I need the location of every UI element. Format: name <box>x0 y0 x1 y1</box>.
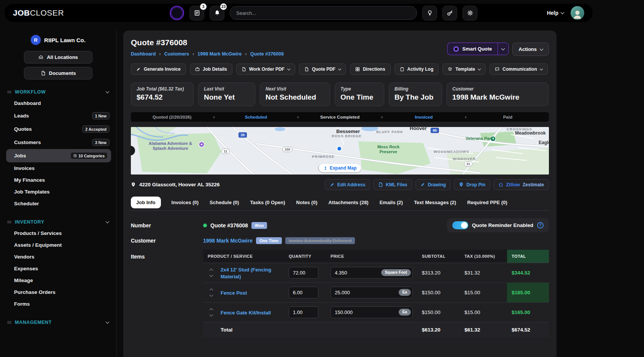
documents-button[interactable]: Documents <box>24 67 92 79</box>
sidebar-item-vendors[interactable]: Vendors <box>0 251 116 263</box>
drop-pin-button[interactable]: Drop Pin <box>454 179 490 190</box>
product-link[interactable]: Fence Post <box>221 290 247 296</box>
user-avatar[interactable] <box>571 6 584 20</box>
expand-map-button[interactable]: Expand Map <box>319 164 361 172</box>
stage-quoted: Quoted (2/20/2026) <box>131 115 213 119</box>
section-workflow[interactable]: WORKFLOW <box>7 89 109 95</box>
sidebar-item-dashboard[interactable]: Dashboard <box>0 97 116 109</box>
access-button[interactable] <box>442 6 457 21</box>
stage-service-completed: Service Completed <box>299 115 381 119</box>
settings-button[interactable] <box>463 6 477 21</box>
clipboard-icon <box>400 67 404 71</box>
tab-invoices[interactable]: Invoices (0) <box>171 196 199 210</box>
tab-required-ppe[interactable]: Required PPE (0) <box>467 196 507 210</box>
row-reorder-handle[interactable] <box>203 289 216 296</box>
bell-icon <box>214 10 220 16</box>
sidebar-item-products-services[interactable]: Products / Services <box>0 227 116 239</box>
sidebar-item-forms[interactable]: Forms <box>0 298 116 310</box>
tab-schedule[interactable]: Schedule (0) <box>209 196 239 210</box>
activity-log-button[interactable]: Activity Log <box>394 63 439 75</box>
breadcrumb-customer[interactable]: 1998 Mark McGwire <box>197 51 250 57</box>
customer-label: Customer <box>131 238 203 244</box>
quantity-input[interactable] <box>289 267 318 279</box>
table-header-row: PRODUCT / SERVICE QUANTITY PRICE SUBTOTA… <box>203 250 549 263</box>
map-shield-i20: 20 <box>239 132 247 138</box>
sidebar-item-mileage[interactable]: Mileage <box>0 274 116 286</box>
quantity-input[interactable] <box>289 287 318 298</box>
tasks-count-badge: 3 <box>200 3 207 10</box>
status-ring-icon[interactable] <box>170 6 184 20</box>
row-reorder-handle[interactable] <box>203 309 216 316</box>
location-map[interactable]: Bessemer Hoover Meadowbrook Eagle ROSS B… <box>131 127 549 175</box>
tab-attachments[interactable]: Attachments (28) <box>328 196 369 210</box>
breadcrumb-dashboard[interactable]: Dashboard <box>131 51 164 57</box>
edit-address-button[interactable]: Edit Address <box>325 179 370 190</box>
table-row: 2x4 12' Stud (Fencing Material) Square F… <box>203 263 549 283</box>
sidebar-item-invoices[interactable]: Invoices <box>0 162 116 174</box>
sidebar-item-assets-equipment[interactable]: Assets / Equipment <box>0 239 116 251</box>
product-link[interactable]: Fence Gate Kit/Install <box>221 310 271 316</box>
stat-type: Type One Time <box>335 83 384 106</box>
zillow-zestimate-button[interactable]: Zillow Zestimate <box>493 179 549 190</box>
tips-button[interactable] <box>422 6 437 21</box>
total-value: $344.52 <box>507 270 535 276</box>
table-row: Fence Gate Kit/Install Ea $150.00 $15.00… <box>203 303 549 322</box>
section-inventory[interactable]: INVENTORY <box>7 219 109 225</box>
pencil-icon <box>330 182 335 187</box>
lightbulb-icon <box>427 10 433 16</box>
map-pin-icon <box>131 182 136 187</box>
product-link[interactable]: 2x4 12' Stud (Fencing Material) <box>221 267 271 279</box>
help-menu[interactable]: Help <box>547 10 564 16</box>
status-progress-bar: Quoted (2/20/2026) Scheduled Service Com… <box>131 112 549 122</box>
smart-quote-button[interactable]: Smart Quote <box>447 43 509 55</box>
number-label: Number <box>131 222 203 228</box>
company-switcher[interactable]: R RIIPL Lawn Co. <box>0 35 116 45</box>
quote-pdf-button[interactable]: Quote PDF <box>299 63 346 75</box>
drawing-button[interactable]: Drawing <box>415 179 451 190</box>
search-input[interactable] <box>230 6 417 20</box>
app-logo[interactable]: JOB CLOSER <box>13 8 64 17</box>
sidebar-item-quotes[interactable]: Quotes 2 Accepted <box>0 122 116 136</box>
sidebar-item-leads[interactable]: Leads 1 New <box>0 109 116 122</box>
file-icon <box>304 67 309 71</box>
quote-reminder-toggle[interactable] <box>452 221 468 229</box>
tab-tasks[interactable]: Tasks (0 Open) <box>250 196 285 210</box>
sidebar-item-customers[interactable]: Customers 3 New <box>0 136 116 149</box>
kml-files-button[interactable]: KML Files <box>373 179 412 190</box>
breadcrumb-quote[interactable]: Quote #376008 <box>250 51 284 57</box>
plus-box-icon <box>73 154 77 157</box>
tax-value: $31.32 <box>460 270 507 276</box>
jobs-categories-badge: 10 Categories <box>70 152 108 159</box>
document-icon <box>41 71 46 76</box>
work-order-pdf-button[interactable]: Work Order PDF <box>236 63 295 75</box>
customer-link[interactable]: 1998 Mark McGwire <box>203 238 253 244</box>
breadcrumb-customers[interactable]: Customers <box>164 51 198 57</box>
tab-text-messages[interactable]: Text Messages (2) <box>413 196 456 210</box>
map-shield-11: 11 <box>221 149 230 154</box>
job-details-button[interactable]: Job Details <box>190 63 232 75</box>
communication-button[interactable]: Communication <box>490 63 548 75</box>
actions-button[interactable]: Actions <box>512 43 549 56</box>
template-button[interactable]: Template <box>442 63 486 75</box>
help-question-icon[interactable] <box>537 222 544 228</box>
row-reorder-handle[interactable] <box>203 269 216 276</box>
sidebar-item-job-templates[interactable]: Job Templates <box>0 186 116 198</box>
section-dashes-icon <box>7 222 11 223</box>
tab-emails[interactable]: Emails (2) <box>379 196 403 210</box>
sidebar-item-expenses[interactable]: Expenses <box>0 263 116 274</box>
sidebar-item-scheduler[interactable]: Scheduler <box>0 198 116 209</box>
generate-invoice-button[interactable]: Generate Invoice <box>131 63 186 75</box>
tab-notes[interactable]: Notes (0) <box>296 196 318 210</box>
all-locations-button[interactable]: All Locations <box>24 51 92 63</box>
sidebar-item-my-finances[interactable]: My Finances <box>0 174 116 186</box>
detail-tabs: Job Info Invoices (0) Schedule (0) Tasks… <box>131 196 549 211</box>
section-management[interactable]: MANAGEMENT <box>7 320 109 325</box>
sidebar-item-jobs[interactable]: Jobs 10 Categories <box>6 149 111 162</box>
sidebar-item-purchase-orders[interactable]: Purchase Orders <box>0 286 116 298</box>
quote-number: Quote #376008 <box>210 222 248 228</box>
quantity-input[interactable] <box>289 306 318 318</box>
main-panel: Quote #376008 Dashboard Customers 1998 M… <box>123 30 557 357</box>
directions-button[interactable]: Directions <box>350 63 391 75</box>
smart-quote-dropdown[interactable] <box>498 43 509 55</box>
tab-job-info[interactable]: Job Info <box>131 197 161 208</box>
